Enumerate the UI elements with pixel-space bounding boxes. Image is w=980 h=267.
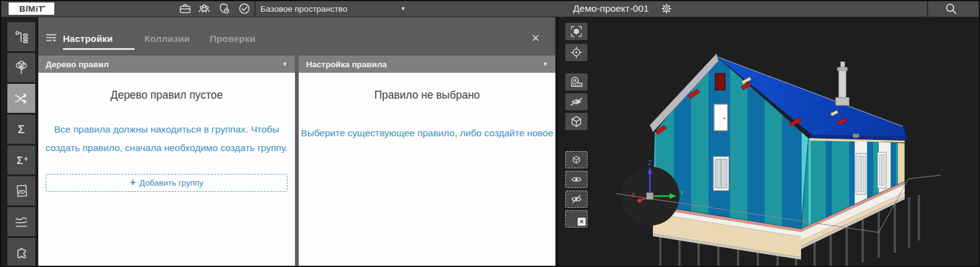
fit-view-button[interactable] [565, 23, 588, 40]
sigma-plus-icon: Σ + [13, 152, 30, 168]
graphs-icon [13, 213, 30, 230]
logo-dot [43, 6, 45, 7]
panel-header: Настройки Коллизии Проверки × [38, 17, 553, 55]
sidebar-item-environment[interactable] [7, 53, 35, 82]
rule-settings-body: Правило не выбрано Выберите существующее… [299, 73, 555, 267]
focus-target-icon [569, 45, 584, 60]
topbar-divider [927, 0, 928, 17]
isolate-cube-icon [570, 153, 583, 166]
workspace-label: Базовое пространство [260, 4, 347, 14]
chevron-down-icon: ▼ [542, 61, 548, 67]
svg-text:Σ: Σ [17, 155, 23, 166]
chevron-down-icon: ▼ [401, 6, 406, 12]
rule-settings-header[interactable]: Настройка правила ▼ [299, 55, 555, 73]
svg-text:2D: 2D [18, 189, 25, 195]
svg-text:Σ: Σ [18, 123, 25, 136]
eye-icon [570, 173, 583, 186]
svg-text:+: + [23, 155, 28, 163]
axis-z-label: Z [648, 160, 652, 166]
sheet-2d-icon: 2D [13, 183, 30, 199]
tab-settings[interactable]: Настройки [63, 33, 113, 44]
logo-dot [27, 6, 28, 7]
logo-text: BiMiT [19, 4, 44, 14]
camera-fixture [853, 134, 859, 140]
topbar: BiMiT [0, 0, 980, 17]
briefcase-icon [178, 2, 192, 15]
chimney [836, 62, 849, 105]
focus-selection-button[interactable] [565, 44, 588, 61]
add-group-label: Добавить группу [139, 178, 204, 187]
model-3d-view[interactable]: Z Y X [591, 17, 980, 267]
team-button[interactable] [196, 2, 212, 15]
active-tab-underline [63, 48, 135, 50]
left-toolbar: Σ Σ + 2D [0, 17, 37, 267]
rule-settings-empty-title: Правило не выбрано [374, 89, 480, 102]
gable-door [714, 104, 728, 131]
rule-settings-hint: Выберите существующее правило, либо созд… [301, 124, 554, 142]
projects-button[interactable] [177, 2, 193, 15]
rule-settings-title: Настройка правила [306, 60, 542, 69]
rules-tree-body: Дерево правил пустое Все правила должны … [38, 73, 295, 267]
gable-window [713, 157, 729, 191]
sidebar-item-clash-routing[interactable] [7, 84, 35, 113]
panel-menu-button[interactable] [44, 31, 58, 44]
section-plane-button[interactable] [565, 93, 588, 110]
sidebar-item-2d-sheets[interactable]: 2D [7, 176, 35, 205]
section-box-button[interactable] [565, 113, 588, 130]
collapse-list-icon [44, 31, 58, 44]
shuffle-icon [13, 90, 30, 107]
axis-x-label: X [631, 192, 636, 199]
sidebar-item-graphs[interactable] [7, 207, 35, 236]
eye-off-icon [570, 192, 583, 206]
side-window [878, 152, 886, 188]
rules-tree-empty-title: Дерево правил пустое [110, 89, 223, 102]
rules-tree-title: Дерево правил [46, 60, 282, 69]
plus-icon: + [130, 177, 135, 188]
rules-tree-section: Дерево правил ▼ Дерево правил пустое Все… [38, 55, 295, 267]
validation-button[interactable] [236, 2, 252, 15]
hide-selection-button[interactable] [565, 191, 588, 208]
topbar-divider [254, 0, 255, 17]
section-plane-icon [569, 94, 584, 109]
measure-button[interactable] [565, 73, 588, 91]
axis-y-label: Y [680, 190, 684, 197]
close-panel-button[interactable]: × [528, 31, 543, 46]
section-box-icon [569, 114, 584, 129]
tab-collisions[interactable]: Коллизии [144, 33, 190, 44]
gear-icon [660, 2, 673, 15]
tab-checks[interactable]: Проверки [210, 33, 255, 44]
app-logo: BiMiT [9, 2, 54, 15]
app-window: BiMiT [0, 0, 980, 267]
sidebar-item-plugins[interactable] [7, 238, 35, 267]
search-button[interactable] [942, 1, 960, 16]
clear-selection-x-icon: × [578, 218, 586, 226]
sidebar-item-summary-add[interactable]: Σ + [7, 146, 35, 175]
sidebar-item-summary[interactable]: Σ [7, 115, 35, 144]
viewport-3d[interactable]: × [558, 17, 980, 267]
team-icon [197, 2, 212, 15]
sigma-icon: Σ [13, 121, 30, 138]
clear-selection-button[interactable]: × [565, 210, 588, 228]
search-icon [944, 2, 958, 15]
show-selection-button[interactable] [565, 171, 588, 188]
fit-view-icon [569, 24, 584, 39]
chevron-down-icon: ▼ [282, 61, 288, 67]
workspace-selector[interactable]: Базовое пространство ▼ [260, 0, 406, 17]
check-circle-icon [238, 2, 251, 15]
measure-tape-icon [569, 75, 584, 89]
gable-vent [715, 73, 725, 90]
shield-clock-icon [217, 2, 231, 15]
puzzle-icon [13, 244, 30, 261]
rules-tree-hint: Все правила должны находиться в группах.… [44, 120, 289, 157]
side-window [856, 154, 866, 194]
isolate-selection-button[interactable] [565, 151, 588, 168]
nature-tree-icon [13, 59, 30, 76]
sidebar-item-model-structure[interactable] [7, 22, 35, 51]
add-group-button[interactable]: + Добавить группу [46, 174, 288, 192]
security-button[interactable] [216, 2, 232, 15]
project-settings-button[interactable] [659, 2, 674, 15]
tree-structure-icon [13, 28, 30, 45]
rule-settings-section: Настройка правила ▼ Правило не выбрано В… [299, 55, 555, 267]
rules-panel: Настройки Коллизии Проверки × Дерево пра… [38, 17, 555, 267]
rules-tree-header[interactable]: Дерево правил ▼ [38, 55, 295, 73]
